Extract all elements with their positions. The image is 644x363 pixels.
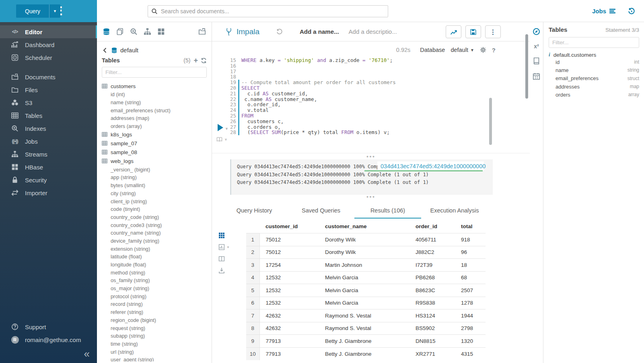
undo-icon[interactable]	[276, 29, 283, 35]
database-name[interactable]: default	[120, 47, 138, 54]
explain-book-icon[interactable]	[216, 136, 223, 142]
table-row[interactable]: 175012Dorothy Wilk4056711918	[246, 233, 486, 246]
tab-saved-queries[interactable]: Saved Queries	[288, 204, 354, 219]
sql-code-editor[interactable]: 15WHERE a.key = 'shipping' and a.zip_cod…	[229, 58, 530, 151]
tree-column[interactable]: email_preferences (struct)	[102, 106, 212, 114]
gear-icon[interactable]	[480, 47, 486, 53]
search-input[interactable]	[148, 5, 388, 17]
tree-column[interactable]: city (string)	[102, 190, 212, 198]
tree-column[interactable]: country_name (string)	[102, 229, 212, 237]
tree-column[interactable]: code (tinyint)	[102, 205, 212, 213]
engine-selector[interactable]: Impala	[225, 27, 259, 36]
columns-view-icon[interactable]	[218, 256, 225, 262]
sidebar-item-s3[interactable]: S3	[0, 96, 97, 109]
sidebar-item-dashboard[interactable]: Dashboard	[0, 38, 97, 51]
right-panel-column-id[interactable]: idint	[549, 58, 639, 66]
right-filter-input[interactable]	[549, 37, 639, 48]
code-line[interactable]: 26 customers c,	[229, 119, 530, 124]
tree-column[interactable]: os_family (string)	[102, 276, 212, 285]
tree-column[interactable]: bytes (smallint)	[102, 182, 212, 190]
right-panel-column-orders[interactable]: ordersarray	[549, 91, 639, 99]
explain-caret[interactable]: ▼	[224, 138, 228, 142]
right-panel-column-name[interactable]: namestring	[549, 66, 639, 74]
tree-column[interactable]: time (string)	[102, 340, 212, 348]
tree-column[interactable]: addresses (map)	[102, 114, 212, 122]
query-name-field[interactable]: Add a name...	[300, 28, 339, 35]
sidebar-item-tables[interactable]: Tables	[0, 109, 97, 122]
table-row[interactable]: 317254Martin JohnsonI72T3918	[246, 259, 486, 272]
database-select[interactable]: default▼	[451, 47, 474, 53]
tree-column[interactable]: subapp (string)	[102, 332, 212, 340]
active-table[interactable]: i default.customers	[549, 52, 639, 58]
log-resize-handle[interactable]: ●●●	[212, 153, 530, 159]
sidebar-item-user[interactable]: R romain@gethue.com	[0, 333, 97, 346]
chart-button[interactable]	[446, 25, 461, 38]
editor-scrollbar[interactable]	[489, 98, 492, 145]
query-dropdown-caret[interactable]: ▾	[49, 4, 60, 18]
refresh-icon[interactable]	[201, 58, 207, 64]
tree-column[interactable]: device_family (string)	[102, 237, 212, 245]
sidebar-item-files[interactable]: Files	[0, 83, 97, 96]
sidebar-item-jobs[interactable]: ((•))Jobs	[0, 135, 97, 148]
results-resize-handle[interactable]: ●●●	[212, 195, 530, 200]
tree-column[interactable]: request (string)	[102, 324, 212, 332]
tree-column[interactable]: record (string)	[102, 300, 212, 308]
hbase-source-icon[interactable]	[157, 28, 165, 35]
sidebar-item-indexes[interactable]: Indexes	[0, 122, 97, 135]
table-row[interactable]: 977913Betty J. GiambroneDN88151320	[246, 335, 486, 348]
chart-view-icon[interactable]	[218, 244, 225, 250]
databases-source-icon[interactable]	[103, 28, 110, 35]
tree-column[interactable]: orders (array)	[102, 122, 212, 130]
sidebar-item-support[interactable]: Support	[0, 320, 97, 333]
back-chevron-icon[interactable]	[102, 47, 108, 54]
download-icon[interactable]	[218, 267, 225, 274]
run-query-button[interactable]	[218, 124, 223, 131]
code-line[interactable]: 25FROM	[229, 113, 530, 119]
tree-column[interactable]: user_agent (string)	[102, 356, 212, 361]
table-view-icon[interactable]	[218, 232, 225, 239]
run-options-caret[interactable]: ▼	[225, 127, 228, 131]
more-actions-button[interactable]: ⋮	[485, 25, 501, 38]
editor-assistant-icon[interactable]	[533, 28, 540, 35]
code-line[interactable]: 20SELECT	[229, 85, 530, 91]
documents-source-icon[interactable]	[116, 28, 124, 35]
sidebar-item-documents[interactable]: Documents	[0, 70, 97, 83]
table-filter-input[interactable]	[102, 67, 207, 78]
code-line[interactable]: 24 v.total	[229, 107, 530, 113]
code-line[interactable]: 22 c.name AS customer_name,	[229, 97, 530, 102]
sidebar-item-importer[interactable]: Importer	[0, 186, 97, 199]
code-line[interactable]: 19-- Compute total amount per order for …	[229, 80, 530, 85]
sidebar-item-editor[interactable]: </>Editor	[0, 25, 97, 38]
tab-results-106-[interactable]: Results (106)	[354, 204, 421, 219]
code-line[interactable]: 21 c.id AS customer_id,	[229, 91, 530, 97]
tree-table-sample-07[interactable]: sample_07	[102, 139, 212, 148]
tree-table-web-logs[interactable]: web_logs	[102, 157, 212, 165]
tree-column[interactable]: name (string)	[102, 99, 212, 107]
query-history-icon[interactable]	[628, 8, 635, 15]
save-button[interactable]	[465, 25, 481, 38]
collapse-sidebar-icon[interactable]: «	[84, 349, 90, 358]
tree-column[interactable]: referer (string)	[102, 308, 212, 316]
jobs-link[interactable]: Jobs	[592, 8, 616, 14]
query-id-link[interactable]: 034d413ec7474ed5:4249de1000000000	[381, 163, 486, 169]
code-line[interactable]: 17	[229, 69, 530, 74]
tree-column[interactable]: _version_ (bigint)	[102, 165, 212, 173]
tab-execution-analysis[interactable]: Execution Analysis	[421, 204, 488, 219]
query-button[interactable]: Query	[16, 4, 49, 18]
tree-table-k8s-logs[interactable]: k8s_logs	[102, 130, 212, 139]
code-line[interactable]: 16	[229, 63, 530, 69]
sidebar-item-streams[interactable]: Streams	[0, 148, 97, 161]
help-icon[interactable]: ?	[492, 47, 496, 54]
table-row[interactable]: 842632Raymond S. VestalBS59022798	[246, 322, 486, 335]
table-row[interactable]: 275012Dorothy WilkJ882C296	[246, 246, 486, 259]
query-description-field[interactable]: Add a descriptio...	[349, 28, 397, 35]
table-row[interactable]: 612532Melvin GarciaR9S8381278	[246, 297, 486, 309]
tree-table-customers[interactable]: customers	[102, 82, 212, 91]
info-icon[interactable]: i	[549, 52, 550, 58]
tree-column[interactable]: method (string)	[102, 268, 212, 276]
sidebar-item-security[interactable]: Security	[0, 173, 97, 186]
code-line[interactable]: 27 c.orders o,	[229, 124, 530, 130]
table-row[interactable]: 1077913Betty J. GiambroneXR27714315	[246, 347, 486, 360]
tree-column[interactable]: country_code3 (string)	[102, 221, 212, 229]
right-panel-column-email-preferences[interactable]: email_preferencesstruct	[549, 74, 639, 82]
